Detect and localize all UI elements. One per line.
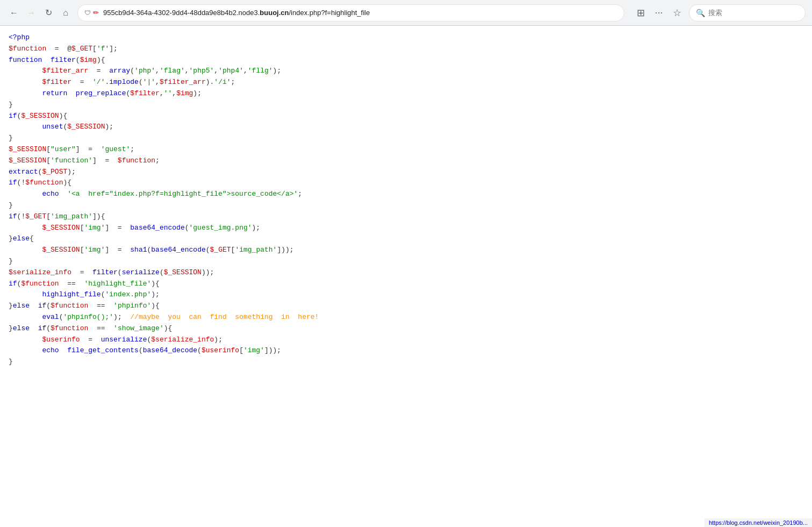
code-token	[42, 56, 51, 64]
code-token: $function	[25, 179, 63, 187]
code-token: }	[9, 134, 13, 142]
code-token: 'img_path'	[51, 212, 92, 220]
code-token: $filter_arr	[160, 78, 206, 86]
code-token: $_SESSION	[21, 112, 59, 120]
code-line: $_SESSION["user"] = 'guest';	[9, 144, 803, 155]
code-token: '|'	[143, 78, 155, 86]
code-token: 'phpinfo'	[113, 302, 151, 310]
code-token	[9, 123, 42, 131]
code-token: ){	[151, 302, 160, 310]
code-token	[9, 224, 42, 232]
code-token: (	[185, 224, 189, 232]
code-token: [	[239, 346, 243, 354]
code-token: {	[30, 234, 34, 243]
code-token	[9, 246, 42, 254]
code-token: 'php5'	[189, 67, 214, 75]
code-token: ] =	[76, 145, 101, 153]
code-token: );	[113, 313, 130, 321]
status-url: https://blog.csdn.net/weixin_20190b...	[709, 519, 808, 526]
url-prefix: 955cb9d4-364a-4302-9dd4-48dda9e8b4b2.nod…	[103, 9, 260, 17]
code-token: $_SESSION	[67, 123, 105, 131]
code-token: ;	[231, 78, 235, 86]
code-token: return	[42, 89, 67, 97]
code-line: function filter($img){	[9, 55, 803, 66]
url-domain: buuoj.cn	[260, 9, 289, 17]
code-token: (	[160, 268, 164, 276]
code-token: $_GET	[25, 212, 46, 220]
browser-menu: ⊞ ··· ☆	[633, 5, 685, 20]
code-token: '<a href="index.php?f=highlight_file">so…	[67, 190, 298, 198]
code-token: 'show_image'	[113, 324, 164, 332]
code-line: $filter = '/'.implode('|',$filter_arr).'…	[9, 77, 803, 88]
refresh-button[interactable]: ↻	[41, 5, 56, 20]
code-token: );	[151, 290, 160, 298]
code-line: }	[9, 200, 803, 211]
code-token: $function	[21, 280, 59, 288]
code-token: ,	[172, 89, 176, 97]
code-line: $_SESSION['function'] = $function;	[9, 155, 803, 167]
code-token: $_GET	[71, 45, 92, 53]
code-line: }	[9, 357, 803, 368]
code-token: (	[118, 268, 122, 276]
code-token: $filter	[130, 89, 160, 97]
code-token	[9, 89, 42, 97]
code-token: $img	[80, 56, 97, 64]
code-token: '/i'	[214, 78, 231, 86]
code-token	[9, 67, 42, 75]
code-line: }	[9, 99, 803, 111]
home-button[interactable]: ⌂	[58, 5, 73, 20]
code-token: highlight_file	[42, 290, 100, 298]
search-bar[interactable]: 🔍	[689, 4, 806, 22]
code-token	[9, 336, 42, 344]
code-token: @	[67, 45, 71, 53]
code-token: filter	[51, 56, 76, 64]
code-token: $serialize_info	[9, 268, 71, 276]
code-token	[9, 290, 42, 298]
code-line: extract($_POST);	[9, 167, 803, 178]
search-input[interactable]	[708, 9, 799, 17]
code-token: }	[9, 302, 13, 310]
address-bar[interactable]: 🛡 ✏ 955cb9d4-364a-4302-9dd4-48dda9e8b4b2…	[77, 4, 624, 22]
code-token: );	[214, 336, 222, 344]
code-token: }	[9, 324, 13, 332]
back-button[interactable]: ←	[6, 5, 21, 20]
code-token	[67, 89, 76, 97]
code-token: ,	[185, 67, 189, 75]
code-token: 'f'	[97, 45, 109, 53]
code-token: extract	[9, 168, 38, 176]
code-token: =	[71, 268, 92, 276]
code-token: ).	[206, 78, 214, 86]
code-token: ){	[97, 56, 105, 64]
shield-icon: 🛡	[84, 9, 91, 17]
code-token: 'highlight_file'	[84, 280, 151, 288]
code-token: );	[105, 123, 113, 131]
code-token: if	[38, 324, 47, 332]
code-token: $_SESSION	[9, 145, 46, 153]
code-token: $function	[118, 156, 155, 165]
code-token: ]));	[264, 346, 281, 354]
code-token: $userinfo	[202, 346, 239, 354]
code-token: else	[13, 324, 30, 332]
code-token: ,	[155, 67, 160, 75]
code-token: ){	[59, 112, 68, 120]
code-token: $filter	[42, 78, 71, 86]
code-token	[9, 190, 42, 198]
code-token: ,	[243, 67, 248, 75]
bookmark-button[interactable]: ☆	[670, 5, 685, 20]
code-token: base64_encode	[151, 246, 205, 254]
code-line: if($function == 'highlight_file'){	[9, 279, 803, 290]
code-token: 'img'	[243, 346, 264, 354]
code-line: echo file_get_contents(base64_decode($us…	[9, 345, 803, 357]
code-token: 'index.php'	[105, 290, 151, 298]
grid-button[interactable]: ⊞	[633, 5, 648, 20]
url-path: /index.php?f=highlight_file	[289, 9, 370, 17]
forward-button[interactable]: →	[24, 5, 39, 20]
code-token: file_get_contents	[67, 346, 139, 354]
code-line: <?php	[9, 32, 803, 44]
code-token: ] =	[92, 156, 118, 165]
url-display[interactable]: 955cb9d4-364a-4302-9dd4-48dda9e8b4b2.nod…	[103, 9, 617, 17]
code-token: (	[139, 78, 143, 86]
code-token: sha1	[130, 246, 147, 254]
menu-dots-button[interactable]: ···	[651, 5, 666, 20]
code-token: $_SESSION	[164, 268, 202, 276]
